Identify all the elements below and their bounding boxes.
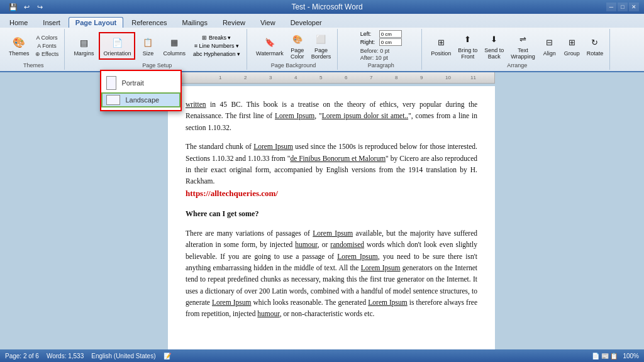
tab-mailings[interactable]: Mailings	[175, 17, 214, 28]
page-borders-icon: ⬜	[313, 32, 328, 47]
landscape-option[interactable]: Landscape	[101, 92, 180, 107]
lorem-ipsum-ref1: Lorem Ipsum	[275, 112, 314, 119]
ribbon-tab-row: Home Insert Page Layout References Maili…	[0, 14, 644, 28]
text-wrap-icon: ⇌	[515, 32, 530, 47]
tab-insert[interactable]: Insert	[36, 17, 67, 28]
lorem-ipsum-ref7: Lorem Ipsum	[368, 299, 407, 306]
document-container: 1 2 3 4 5 6 7 8 9 10 11 written in 45 BC…	[19, 72, 644, 355]
indent-right-input[interactable]	[379, 38, 402, 46]
portrait-label: Portrait	[121, 79, 143, 87]
zoom-level: 100%	[623, 353, 639, 359]
randomised-ref: randomised	[330, 241, 364, 248]
bring-to-front-button[interactable]: ⬆ Bring toFront	[455, 31, 480, 61]
watermark-button[interactable]: 🔖 Watermark	[253, 34, 286, 58]
columns-button[interactable]: ▦ Columns	[160, 34, 188, 58]
send-to-back-button[interactable]: ⬇ Send toBack	[482, 31, 506, 61]
colors-button[interactable]: A Colors	[33, 34, 61, 41]
paragraph-1: written in 45 BC. This book is a treatis…	[186, 99, 477, 133]
page-background-group: 🔖 Watermark 🎨 PageColor ⬜ PageBorders Pa…	[250, 29, 338, 70]
undo-icon[interactable]: ↩	[21, 1, 32, 13]
quick-access-toolbar: 💾 ↩ ↪	[5, 0, 48, 14]
minimize-button[interactable]: ─	[606, 3, 616, 11]
orientation-button[interactable]: 📄 Orientation	[101, 34, 133, 58]
themes-group-label: Themes	[23, 61, 44, 69]
tab-developer[interactable]: Developer	[284, 17, 329, 28]
size-icon: 📋	[140, 35, 155, 50]
paragraph-2: The standard chunk of Lorem Ipsum used s…	[186, 141, 477, 200]
lorem-ipsum-quote: Lorem ipsum dolor sit amet..	[322, 112, 408, 119]
close-button[interactable]: ✕	[629, 3, 639, 11]
orientation-icon: 📄	[109, 35, 125, 50]
line-numbers-button[interactable]: ≡ Line Numbers ▾	[191, 42, 242, 50]
language-indicator: English (United States)	[91, 353, 155, 359]
tab-view[interactable]: View	[253, 17, 282, 28]
ribbon-content: 🎨 Themes A Colors A Fonts ⊕ Effects Them…	[0, 28, 644, 71]
text-wrapping-button[interactable]: ⇌ TextWrapping	[508, 31, 537, 61]
columns-icon: ▦	[167, 35, 182, 50]
lorem-ipsum-ref2: Lorem Ipsum	[253, 143, 293, 150]
indent-left-label: Left:	[360, 31, 378, 37]
horizontal-ruler: 1 2 3 4 5 6 7 8 9 10 11	[168, 72, 495, 84]
themes-icon: 🎨	[11, 35, 26, 50]
landscape-icon	[106, 95, 120, 105]
lorem-ipsum-ref5: Lorem Ipsum	[361, 264, 401, 272]
themes-group: 🎨 Themes A Colors A Fonts ⊕ Effects Them…	[3, 29, 65, 70]
group-button[interactable]: ⊞ Group	[562, 34, 582, 58]
tab-page-layout[interactable]: Page Layout	[69, 17, 123, 28]
watermark-link: https://alltechqueries.com/	[186, 189, 278, 198]
position-icon: ⊞	[433, 35, 448, 50]
document-area: 1 2 3 4 5 6 7 8 9 10 11 written in 45 BC…	[0, 72, 644, 355]
spacing-before: Before: 0 pt	[360, 48, 390, 54]
word-count: Words: 1,533	[47, 353, 84, 359]
rotate-icon: ↻	[587, 35, 602, 50]
indent-left-input[interactable]	[379, 30, 402, 38]
restore-button[interactable]: □	[618, 3, 628, 11]
margins-button[interactable]: ▤ Margins	[71, 34, 96, 58]
lorem-ipsum-ref4: Lorem Ipsum	[337, 253, 378, 260]
page-count: Page: 2 of 6	[5, 353, 39, 359]
window-controls: ─ □ ✕	[606, 3, 639, 11]
size-button[interactable]: 📋 Size	[138, 34, 158, 58]
landscape-label: Landscape	[125, 96, 159, 104]
tab-review[interactable]: Review	[216, 17, 252, 28]
page-color-button[interactable]: 🎨 PageColor	[287, 31, 308, 61]
document-page: written in 45 BC. This book is a treatis…	[168, 86, 495, 355]
page-setup-group-label: Page Setup	[142, 61, 172, 69]
orientation-dropdown: Portrait Landscape	[100, 70, 182, 111]
themes-button[interactable]: 🎨 Themes	[6, 34, 32, 58]
spacing-after: After: 10 pt	[360, 55, 390, 61]
spell-check-icon: 📝	[164, 353, 171, 359]
indent-settings: Left: Right:	[360, 30, 402, 46]
tab-references[interactable]: References	[125, 17, 174, 28]
spacing-settings: Before: 0 pt After: 10 pt	[360, 48, 390, 61]
arrange-group: ⊞ Position ⬆ Bring toFront ⬇ Send toBack…	[425, 29, 610, 70]
de-finibus-ref: de Finibus Bonorum et Malorum	[290, 155, 386, 162]
rotate-button[interactable]: ↻ Rotate	[584, 34, 606, 58]
position-button[interactable]: ⊞ Position	[428, 34, 453, 58]
paragraph-3: There are many variations of passages of…	[186, 228, 477, 320]
bring-front-icon: ⬆	[460, 32, 475, 47]
align-button[interactable]: ⊟ Align	[540, 34, 560, 58]
redo-icon[interactable]: ↪	[34, 1, 45, 13]
left-sidebar	[0, 72, 19, 355]
fonts-button[interactable]: A Fonts	[33, 42, 61, 50]
lorem-ipsum-ref3: Lorem Ipsum	[313, 229, 353, 237]
effects-button[interactable]: ⊕ Effects	[33, 50, 61, 58]
breaks-button[interactable]: ⊞ Breaks ▾	[191, 34, 242, 41]
portrait-icon	[106, 76, 116, 90]
save-icon[interactable]: 💾	[8, 1, 19, 13]
page-borders-button[interactable]: ⬜ PageBorders	[309, 31, 334, 61]
status-bar: Page: 2 of 6 Words: 1,533 English (Unite…	[0, 349, 644, 362]
tab-home[interactable]: Home	[3, 17, 35, 28]
hyphenation-button[interactable]: abc Hyphenation ▾	[191, 50, 242, 58]
indent-right-label: Right:	[360, 39, 378, 45]
group-icon: ⊞	[564, 35, 579, 50]
arrange-group-label: Arrange	[507, 61, 527, 69]
status-right-area: 📄 📰 📋 100%	[592, 353, 639, 359]
page-setup-group: ▤ Margins 📄 Orientation Portrait	[67, 29, 247, 70]
page-color-icon: 🎨	[290, 32, 305, 47]
view-icons: 📄 📰 📋	[592, 353, 618, 359]
humour-ref2: humour	[257, 310, 279, 317]
portrait-option[interactable]: Portrait	[101, 74, 180, 92]
align-icon: ⊟	[542, 35, 557, 50]
